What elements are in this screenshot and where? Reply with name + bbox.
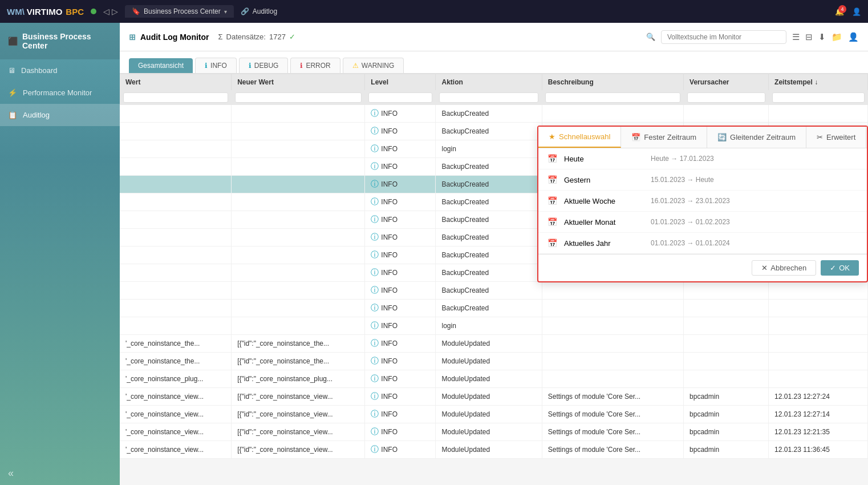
cell-level: ⓘINFO [365,441,436,459]
cell-neuer-wert [232,317,365,335]
cell-beschreibung: Settings of module 'Core Ser... [542,388,683,406]
auditlog-tab[interactable]: 🔗 Auditlog [241,7,277,15]
filter-beschreibung[interactable] [545,92,680,103]
table-row[interactable]: '_core_noinstance_view... [{"id":"_core_… [120,388,868,406]
filter-verursacher[interactable] [687,92,765,103]
table-row[interactable]: '_core_noinstance_view... [{"id":"_core_… [120,406,868,423]
col-level[interactable]: Level [365,74,436,90]
sidebar-item-performance-monitor[interactable]: ⚡ Performance Monitor [0,82,120,104]
col-verursacher[interactable]: Verursacher [684,74,769,90]
date-option-range: 15.01.2023 → Heute [651,176,714,184]
date-option-range: Heute → 17.01.2023 [651,155,714,163]
search-input[interactable] [661,30,786,44]
date-tab-gleitender-zeitraum[interactable]: 🔄 Gleitender Zeitraum [707,127,806,148]
cancel-x-icon: ✕ [761,264,768,272]
col-neuer-wert[interactable]: Neuer Wert [232,74,365,90]
filter-level[interactable] [368,92,432,103]
logo-wm: WM\ [7,7,25,17]
user-icon[interactable]: 👤 [852,7,861,16]
tab-gesamtansicht[interactable]: Gesamtansicht [129,58,193,73]
tab-error-label: ERROR [306,62,330,70]
cell-wert: '_core_noinstance_view... [120,406,232,423]
folder-icon[interactable]: 📁 [832,32,842,42]
tab-info[interactable]: ℹ INFO [195,58,237,73]
breadcrumb-dropdown-icon[interactable]: ▾ [224,9,227,15]
table-row[interactable]: ⓘINFO BackupCreated [120,282,868,300]
cell-wert [120,282,232,300]
cell-aktion: BackupCreated [436,105,542,123]
fester-cal-icon: 📅 [631,133,640,142]
sidebar-item-dashboard-label: Dashboard [21,66,58,75]
cell-neuer-wert [232,176,365,193]
record-count-value: 1727 [269,33,286,41]
cell-wert [120,211,232,229]
col-aktion[interactable]: Aktion [436,74,542,90]
cell-level: ⓘINFO [365,176,436,193]
tab-warning[interactable]: ⚠ WARNING [343,58,404,73]
table-row[interactable]: '_core_noinstance_the... [{"id":"_core_n… [120,353,868,370]
breadcrumb-tab-bpc[interactable]: 🔖 Business Process Center ▾ [125,5,234,18]
col-wert[interactable]: Wert [120,74,232,90]
sidebar-collapse-btn[interactable]: « [0,462,120,485]
filter-aktion[interactable] [439,92,538,103]
user-settings-icon[interactable]: 👤 [848,32,859,42]
cell-verursacher [684,300,769,317]
cell-neuer-wert [232,158,365,176]
cell-aktion: BackupCreated [436,264,542,282]
tabs-bar: Gesamtansicht ℹ INFO ℹ DEBUG ℹ ERROR ⚠ W… [120,51,868,74]
sidebar-item-dashboard[interactable]: 🖥 Dashboard [0,59,120,82]
date-option-label: Aktuelle Woche [564,197,644,205]
cell-wert [120,123,232,140]
col-zeitstempel[interactable]: Zeitstempel ↓ [769,74,868,90]
filter-zeit[interactable] [772,92,865,103]
tab-error[interactable]: ℹ ERROR [290,58,340,73]
cell-neuer-wert [232,123,365,140]
date-tab-schnellauswahl[interactable]: ★ Schnellauswahl [538,127,621,148]
table-row[interactable]: '_core_noinstance_view... [{"id":"_core_… [120,441,868,459]
filter-wert[interactable] [123,92,228,103]
sidebar-item-auditlog[interactable]: 📋 Auditlog [0,104,120,126]
cell-verursacher [684,335,769,353]
cell-level: ⓘINFO [365,335,436,353]
cell-beschreibung: Settings of module 'Core Ser... [542,441,683,459]
cell-aktion: BackupCreated [436,158,542,176]
table-row[interactable]: '_core_noinstance_the... [{"id":"_core_n… [120,335,868,353]
date-option-4[interactable]: 📅 Aktuelles Jahr 01.01.2023 → 01.01.2024 [538,233,867,254]
columns-icon[interactable]: ⊟ [805,32,813,42]
cell-verursacher [684,317,769,335]
table-row[interactable]: '_core_noinstance_view... [{"id":"_core_… [120,423,868,441]
cell-level: ⓘINFO [365,282,436,300]
cell-zeit [769,353,868,370]
ok-button[interactable]: ✓ OK [821,260,859,276]
nav-arrows: ◁ ▷ [103,7,118,16]
cell-zeit: 12.01.23 11:36:45 [769,441,868,459]
date-option-2[interactable]: 📅 Aktuelle Woche 16.01.2023 → 23.01.2023 [538,191,867,212]
cell-zeit: 12.01.23 12:21:35 [769,423,868,441]
table-row[interactable]: ⓘINFO BackupCreated [120,105,868,123]
table-row[interactable]: ⓘINFO BackupCreated [120,300,868,317]
list-icon[interactable]: ☰ [792,32,800,42]
table-row[interactable]: ⓘINFO login [120,317,868,335]
download-icon[interactable]: ⬇ [818,32,826,42]
cell-aktion: BackupCreated [436,282,542,300]
filter-neuer-wert[interactable] [235,92,362,103]
date-option-1[interactable]: 📅 Gestern 15.01.2023 → Heute [538,169,867,191]
tab-debug[interactable]: ℹ DEBUG [239,58,289,73]
nav-forward[interactable]: ▷ [112,7,118,16]
date-tab-erweitert[interactable]: ✂ Erweitert [806,127,866,148]
notification-bell[interactable]: 🔔 4 [835,7,844,16]
cell-verursacher: bpcadmin [684,441,769,459]
cell-zeit [769,300,868,317]
cell-aktion: ModuleUpdated [436,335,542,353]
sidebar-header-icon: ⬛ [8,37,18,46]
date-option-0[interactable]: 📅 Heute Heute → 17.01.2023 [538,148,867,169]
date-tab-fester-zeitraum[interactable]: 📅 Fester Zeitraum [621,127,707,148]
cell-wert [120,229,232,246]
col-beschreibung[interactable]: Beschreibung [542,74,683,90]
nav-back[interactable]: ◁ [103,7,109,16]
table-row[interactable]: '_core_noinstance_plug... [{"id":"_core_… [120,370,868,388]
auditlog-label: Auditlog [253,7,277,15]
cancel-button[interactable]: ✕ Abbrechen [752,260,816,276]
top-bar-right: 🔔 4 👤 [835,7,861,16]
date-option-3[interactable]: 📅 Aktueller Monat 01.01.2023 → 01.02.202… [538,212,867,233]
